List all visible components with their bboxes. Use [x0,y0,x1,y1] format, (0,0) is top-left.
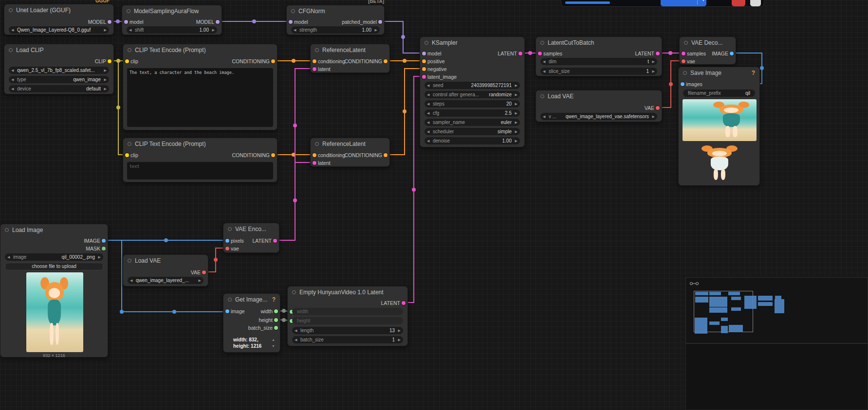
combo-right-arrow-icon[interactable]: ▶ [515,119,517,125]
combo-left-arrow-icon[interactable]: ◀ [427,101,429,107]
node-title-bar[interactable]: ReferenceLatent [311,138,389,150]
input-port-conditioning[interactable] [313,153,316,157]
output-port-mask[interactable] [102,247,106,250]
node-title-bar[interactable]: LatentCutToBatch [536,37,662,49]
combo-right-arrow-icon[interactable]: ▶ [104,86,107,92]
output-port-latent[interactable] [518,52,522,55]
widget-combo[interactable]: ◀▶qwen_2.5_vl_7b_fp8_scaled.safet... [9,67,109,74]
collapse-dot-icon[interactable] [5,228,9,232]
widget-v-[interactable]: ◀▶v ...qwen_image_layered_vae.safetensor… [540,113,657,120]
node-title-bar[interactable]: KSampler [420,37,524,49]
output-port-model[interactable] [108,20,111,24]
node-title-bar[interactable]: Empty HunyuanVideo 1.0 Latent [288,286,407,298]
output-port-latent[interactable] [273,239,277,243]
widget-sampler-name[interactable]: ◀▶sampler_nameeuler [425,119,520,126]
widget-cfg[interactable]: ◀▶cfg2.5 [425,109,520,117]
widget-steps[interactable]: ◀▶steps20 [425,100,520,107]
input-port-model[interactable] [289,20,293,24]
combo-left-arrow-icon[interactable]: ◀ [129,27,131,33]
input-port-pixels[interactable] [225,239,229,243]
node-title-bar[interactable]: Save Image? [679,67,759,79]
node-model-sampling-auraflow[interactable]: ModelSamplingAuraFlowmodelMODEL◀▶shift1.… [122,5,222,35]
output-port-image[interactable] [102,239,106,243]
node-get-image-size[interactable]: Get Image...?imagewidthheightbatch_sizew… [223,293,280,353]
node-title-bar[interactable]: Load Image [0,224,108,236]
node-ksampler[interactable]: KSamplermodelpositivenegativelatent_imag… [420,36,525,147]
combo-left-arrow-icon[interactable]: ◀ [427,91,429,98]
combo-left-arrow-icon[interactable]: ◀ [7,254,10,260]
output-port-vae[interactable] [656,106,660,110]
node-title-bar[interactable]: CLIP Text Encode (Prompt) [123,138,277,150]
node-reference-latent-1[interactable]: ReferenceLatentconditioninglatentCONDITI… [310,44,390,73]
input-port-conditioning[interactable] [313,59,316,63]
collapse-dot-icon[interactable] [315,48,319,52]
node-save-image[interactable]: Save Image?imagesfilename_prefixqil [678,67,760,186]
collapse-dot-icon[interactable] [9,48,13,52]
widget-device[interactable]: ◀▶devicedefault [9,85,109,92]
collapse-dot-icon[interactable] [228,227,232,231]
combo-left-arrow-icon[interactable]: ◀ [427,110,429,116]
collapse-dot-icon[interactable] [540,41,544,45]
combo-left-arrow-icon[interactable]: ◀ [294,27,296,33]
node-clip-text-encode-negative[interactable]: CLIP Text Encode (Prompt)clipCONDITIONIN… [123,138,277,182]
help-icon[interactable]: ? [272,296,276,303]
input-port-samples[interactable] [682,52,685,55]
output-port-clip[interactable] [108,59,111,63]
node-title-bar[interactable]: Load CLIP [4,44,113,56]
input-port-images[interactable] [681,82,684,86]
widget-slice-size[interactable]: ◀▶slice_size1 [540,68,657,75]
combo-left-arrow-icon[interactable]: ◀ [11,67,14,73]
collapse-dot-icon[interactable] [425,41,428,45]
combo-right-arrow-icon[interactable]: ▶ [515,91,517,98]
input-port-clip[interactable] [125,153,129,157]
combo-left-arrow-icon[interactable]: ◀ [543,58,545,65]
widget-control-after-genera-[interactable]: ◀▶control after genera...randomize [425,91,520,98]
node-load-vae-bottom[interactable]: Load VAEVAE◀▶qwen_image_layered_... [123,254,208,286]
combo-right-arrow-icon[interactable]: ▶ [98,254,101,260]
node-cfg-norm[interactable]: CFGNormmodelpatched_model◀▶strength1.00 [286,5,385,35]
combo-right-arrow-icon[interactable]: ▶ [104,67,107,73]
output-port-image[interactable] [730,52,734,55]
node-load-clip[interactable]: Load CLIPCLIP◀▶qwen_2.5_vl_7b_fp8_scaled… [4,44,114,94]
input-port-negative[interactable] [422,67,426,71]
node-vae-encode[interactable]: VAE Enco...pixelsvaeLATENT [223,223,279,253]
collapse-dot-icon[interactable] [291,9,295,13]
node-clip-text-encode-positive[interactable]: CLIP Text Encode (Prompt)clipCONDITIONIN… [123,44,277,130]
combo-left-arrow-icon[interactable]: ◀ [11,27,14,33]
combo-left-arrow-icon[interactable]: ◀ [295,337,297,343]
widget-seed[interactable]: ◀▶seed240399985272191 [425,82,520,89]
combo-right-arrow-icon[interactable]: ▶ [515,138,517,144]
output-port-latent[interactable] [402,301,406,305]
combo-left-arrow-icon[interactable]: ◀ [543,68,545,74]
widget-denoise[interactable]: ◀▶denoise1.00 [425,137,520,144]
output-port-conditioning[interactable] [271,153,275,157]
collapse-dot-icon[interactable] [684,41,688,45]
combo-right-arrow-icon[interactable]: ▶ [515,82,517,89]
node-empty-hunyuan-latent[interactable]: Empty HunyuanVideo 1.0 LatentLATENTwidth… [287,286,408,346]
output-port-patched-model[interactable] [378,20,382,24]
widget-filename-prefix[interactable]: filename_prefixqil [683,89,755,97]
upload-button[interactable]: choose file to upload [5,263,103,270]
combo-right-arrow-icon[interactable]: ▶ [515,110,517,116]
combo-left-arrow-icon[interactable]: ◀ [543,113,545,120]
node-title-bar[interactable]: CFGNorm [287,5,384,17]
output-port-height[interactable] [274,318,278,322]
collapse-dot-icon[interactable] [127,9,130,13]
collapse-dot-icon[interactable] [683,71,687,75]
combo-right-arrow-icon[interactable]: ▶ [398,337,401,343]
combo-left-arrow-icon[interactable]: ◀ [11,76,14,83]
input-port-model[interactable] [422,52,426,55]
output-port-batch-size[interactable] [274,326,278,330]
collapse-dot-icon[interactable] [128,142,131,146]
node-title-bar[interactable]: Load VAE [123,255,208,267]
node-reference-latent-2[interactable]: ReferenceLatentconditioninglatentCONDITI… [310,138,390,167]
combo-right-arrow-icon[interactable]: ▶ [515,128,517,135]
combo-left-arrow-icon[interactable]: ◀ [11,86,14,92]
collapse-dot-icon[interactable] [9,8,13,12]
node-title-bar[interactable]: ReferenceLatent [311,44,389,56]
output-port-vae[interactable] [202,270,206,274]
combo-right-arrow-icon[interactable]: ▶ [104,76,107,83]
output-port-conditioning[interactable] [271,59,275,63]
collapse-dot-icon[interactable] [292,290,296,294]
input-port-latent[interactable] [313,67,316,71]
